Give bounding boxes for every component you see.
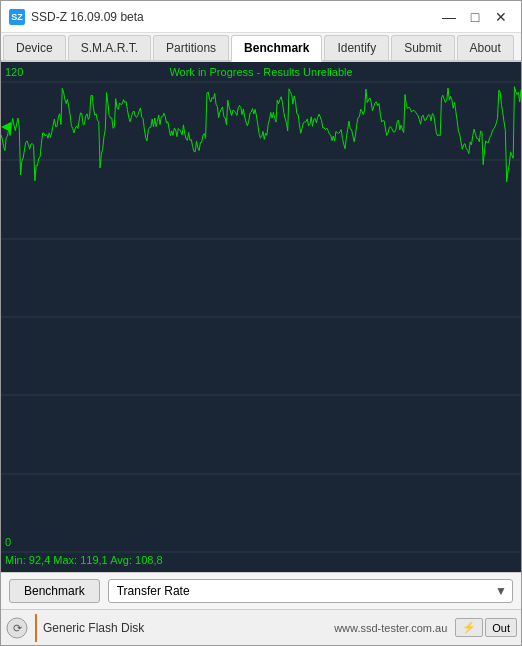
benchmark-canvas bbox=[1, 62, 521, 572]
website-url-label: www.ssd-tester.com.au bbox=[334, 622, 447, 634]
transfer-type-dropdown-container: Transfer Rate Random Read Random Write S… bbox=[108, 579, 513, 603]
tab-bar: Device S.M.A.R.T. Partitions Benchmark I… bbox=[1, 33, 521, 62]
bottom-controls: Benchmark Transfer Rate Random Read Rand… bbox=[1, 572, 521, 609]
maximize-button[interactable]: □ bbox=[463, 7, 487, 27]
benchmark-button[interactable]: Benchmark bbox=[9, 579, 100, 603]
chart-wip-label: Work in Progress - Results Unreliable bbox=[169, 66, 352, 78]
close-button[interactable]: ✕ bbox=[489, 7, 513, 27]
tab-identify[interactable]: Identify bbox=[324, 35, 389, 60]
tab-smart[interactable]: S.M.A.R.T. bbox=[68, 35, 151, 60]
chart-y-max-label: 120 bbox=[5, 66, 23, 78]
tab-about[interactable]: About bbox=[457, 35, 514, 60]
status-divider bbox=[35, 614, 37, 642]
status-actions: ⚡ Out bbox=[455, 618, 517, 637]
svg-text:⟳: ⟳ bbox=[13, 622, 22, 634]
usb-icon: ⟳ bbox=[5, 616, 29, 640]
benchmark-chart-container: 120 Work in Progress - Results Unreliabl… bbox=[1, 62, 521, 572]
chart-y-min-label: 0 bbox=[5, 536, 11, 548]
status-bar: ⟳ Generic Flash Disk www.ssd-tester.com.… bbox=[1, 609, 521, 645]
main-window: SZ SSD-Z 16.09.09 beta — □ ✕ Device S.M.… bbox=[0, 0, 522, 646]
title-bar: SZ SSD-Z 16.09.09 beta — □ ✕ bbox=[1, 1, 521, 33]
chart-stats-label: Min: 92,4 Max: 119,1 Avg: 108,8 bbox=[5, 554, 163, 566]
window-controls: — □ ✕ bbox=[437, 7, 513, 27]
tab-device[interactable]: Device bbox=[3, 35, 66, 60]
window-title: SSD-Z 16.09.09 beta bbox=[31, 10, 437, 24]
app-icon: SZ bbox=[9, 9, 25, 25]
tab-partitions[interactable]: Partitions bbox=[153, 35, 229, 60]
tab-benchmark[interactable]: Benchmark bbox=[231, 35, 322, 62]
flash-button[interactable]: ⚡ bbox=[455, 618, 483, 637]
tab-submit[interactable]: Submit bbox=[391, 35, 454, 60]
minimize-button[interactable]: — bbox=[437, 7, 461, 27]
out-button[interactable]: Out bbox=[485, 618, 517, 637]
transfer-type-dropdown[interactable]: Transfer Rate Random Read Random Write S… bbox=[108, 579, 513, 603]
device-name-label: Generic Flash Disk bbox=[43, 621, 334, 635]
